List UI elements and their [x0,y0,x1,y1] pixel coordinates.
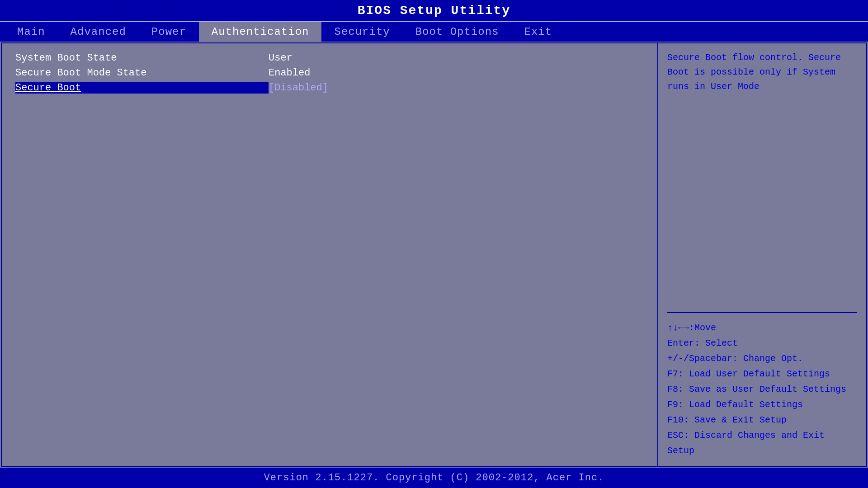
settings-value: User [269,52,292,64]
settings-list: System Boot StateUserSecure Boot Mode St… [15,52,644,94]
key-help-line: F7: Load User Default Settings [667,366,857,382]
main-content: System Boot StateUserSecure Boot Mode St… [1,42,867,467]
key-help: ↑↓←→:MoveEnter: Select+/-/Spacebar: Chan… [667,320,857,459]
nav-item-security[interactable]: Security [321,22,402,42]
nav-item-advanced[interactable]: Advanced [58,22,139,42]
settings-row: Secure Boot[Disabled] [15,82,644,94]
settings-label: System Boot State [15,52,269,64]
key-help-line: F10: Save & Exit Setup [667,413,857,428]
key-help-line: F9: Load Default Settings [667,397,857,413]
settings-row: System Boot StateUser [15,52,644,64]
settings-label: Secure Boot Mode State [15,67,269,79]
key-help-line: ESC: Discard Changes and Exit Setup [667,428,857,459]
settings-row: Secure Boot Mode StateEnabled [15,67,644,79]
right-panel: Secure Boot flow control. Secure Boot is… [658,43,866,466]
nav-item-boot-options[interactable]: Boot Options [403,22,512,42]
key-help-line: F8: Save as User Default Settings [667,382,857,397]
left-panel: System Boot StateUserSecure Boot Mode St… [2,43,658,466]
help-text: Secure Boot flow control. Secure Boot is… [667,51,857,313]
key-help-line: +/-/Spacebar: Change Opt. [667,351,857,366]
settings-label: Secure Boot [15,82,269,94]
footer: Version 2.15.1227. Copyright (C) 2002-20… [0,468,868,488]
title-bar: BIOS Setup Utility [0,0,868,21]
nav-item-main[interactable]: Main [5,22,58,42]
nav-item-authentication[interactable]: Authentication [199,22,322,42]
nav-item-power[interactable]: Power [139,22,199,42]
bios-setup-app: BIOS Setup Utility MainAdvancedPowerAuth… [0,0,868,488]
nav-menu: MainAdvancedPowerAuthenticationSecurityB… [0,21,868,42]
settings-value: Enabled [269,67,310,79]
nav-item-exit[interactable]: Exit [512,22,565,42]
footer-text: Version 2.15.1227. Copyright (C) 2002-20… [264,472,604,483]
key-help-line: ↑↓←→:Move [667,320,857,336]
app-title: BIOS Setup Utility [358,4,510,18]
settings-value[interactable]: [Disabled] [269,82,328,94]
key-help-line: Enter: Select [667,336,857,351]
